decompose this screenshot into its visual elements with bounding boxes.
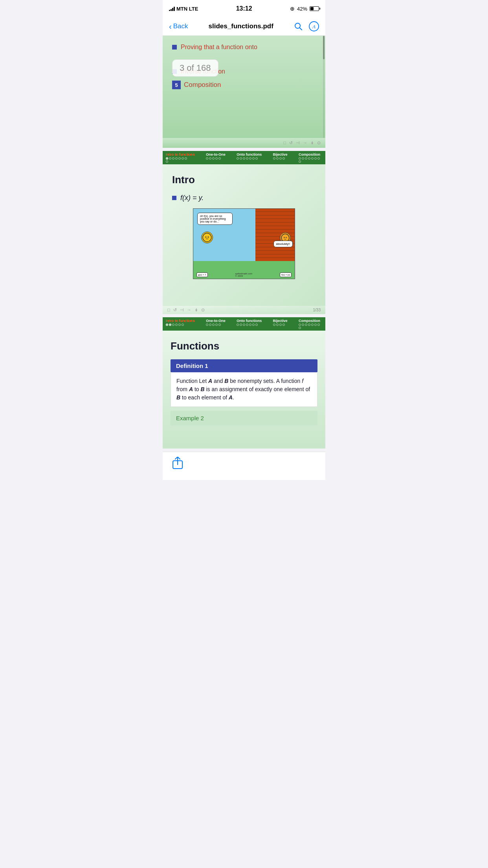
nav-label-comp: Composition [299, 153, 320, 156]
slide3-nav-dots-comp [299, 324, 322, 329]
status-time: 13:12 [236, 5, 252, 12]
svg-text:A: A [312, 24, 316, 29]
carrier-signal: MTN LTE [169, 6, 198, 12]
svg-line-1 [299, 28, 302, 30]
slide-3-content: Functions Definition 1 Function Let A an… [163, 331, 325, 449]
slide-2-pagenum: 1/33 [313, 308, 321, 312]
char-left [201, 232, 213, 243]
definition-box: Definition 1 [171, 359, 317, 372]
slide-footer-1: □↺⊣→↡⊙ [163, 138, 325, 148]
toc-number-5: 5 [172, 81, 181, 89]
svg-point-9 [286, 237, 286, 238]
nav-actions: A [294, 21, 319, 31]
toc-bullet-1 [172, 45, 177, 50]
nav-label-121: One-to-One [206, 153, 226, 156]
slide-toc: Proving that a function onto 3 of 168 In… [163, 36, 325, 148]
svg-point-6 [208, 237, 209, 238]
slide-2-footer-icons: □↺⊣→↡⊙ [167, 307, 205, 313]
slide3-nav-label-121: One-to-One [206, 319, 226, 323]
search-button[interactable] [294, 22, 303, 31]
slide3-nav-onto: Onto functions [237, 319, 262, 326]
toc-text-1: Proving that a function onto [181, 44, 257, 51]
status-bar: MTN LTE 13:12 ⊕ 42% [163, 0, 325, 17]
battery-icon [310, 6, 319, 11]
comic-right-panel: absolutely!! [255, 209, 295, 261]
slide-2-bullet: f(x) = y. [172, 194, 316, 202]
nav-dots-onto [237, 157, 258, 160]
slide3-nav-dots-bij [273, 324, 285, 326]
carrier-label: MTN LTE [176, 6, 198, 12]
slide3-nav-dots-intro [166, 324, 184, 326]
comic-top: oh f(x), you are so positive in everythi… [193, 209, 295, 261]
example-box: Example 2 [171, 411, 317, 425]
comic-bottom: g(x) = 7 spikedmath.com © 2009 f(x) = |x… [193, 261, 295, 279]
slide-3-nav: Intro to functions One-to-One Onto funct… [163, 317, 325, 331]
nav-title: slides_functions.pdf [209, 22, 273, 30]
slide3-nav-label-onto: Onto functions [237, 319, 262, 323]
nav-composition: Composition [299, 153, 322, 163]
slide3-nav-dots-121 [206, 324, 221, 326]
nav-dots-121 [206, 157, 221, 160]
share-button[interactable] [172, 457, 183, 472]
toc-section-5-text: Composition [184, 81, 221, 89]
slide-2-footer: □↺⊣→↡⊙ 1/33 [163, 306, 325, 314]
nav-label-bij: Bijective [273, 153, 288, 156]
slide3-nav-121: One-to-One [206, 319, 226, 326]
slide3-nav-intro: Intro to functions [166, 319, 195, 326]
slide3-nav-comp: Composition [299, 319, 322, 329]
page-counter: 3 of 168 [172, 59, 218, 77]
speech-bubble-2: absolutely!! [273, 241, 293, 247]
scrollbar-thumb[interactable] [323, 36, 325, 59]
toc-section-5: 5 Composition [172, 81, 316, 89]
svg-point-4 [203, 233, 211, 242]
nav-bar: ‹ Back slides_functions.pdf A [163, 17, 325, 36]
nav-onto: Onto functions [237, 153, 262, 160]
char-label-right: f(x) = |x| [280, 272, 292, 277]
nav-intro-to-functions: Intro to functions [166, 153, 195, 163]
definition-text: Function Let A and B be nonempty sets. A… [176, 378, 310, 401]
signal-icon [169, 6, 175, 11]
annotate-button[interactable]: A [309, 21, 319, 31]
slide3-nav-bij: Bijective [273, 319, 288, 326]
comic-left-panel: oh f(x), you are so positive in everythi… [193, 209, 255, 261]
slide-footer-icons-1: □↺⊣→↡⊙ [283, 140, 321, 145]
nav-bijective: Bijective [273, 153, 288, 160]
char-label-left: g(x) = 7 [196, 272, 208, 277]
slide-intro: Intro to functions One-to-One Onto funct… [163, 151, 325, 314]
bottom-bar [163, 452, 325, 480]
nav-label-intro: Intro to functions [166, 153, 195, 156]
comic-box: oh f(x), you are so positive in everythi… [193, 208, 295, 279]
chevron-left-icon: ‹ [169, 22, 172, 31]
back-button[interactable]: ‹ Back [169, 22, 188, 31]
nav-dots-comp [299, 157, 322, 163]
back-label: Back [173, 22, 188, 30]
slide3-nav-label-intro: Intro to functions [166, 319, 195, 323]
slide3-nav-label-comp: Composition [299, 319, 320, 323]
slide-3-title: Functions [171, 340, 317, 352]
definition-content: Function Let A and B be nonempty sets. A… [171, 372, 317, 407]
slide3-nav-label-bij: Bijective [273, 319, 288, 323]
comic-credit: spikedmath.com © 2009 [235, 272, 253, 277]
bullet-square [172, 196, 176, 200]
nav-one-to-one: One-to-One [206, 153, 226, 160]
slide-2-title: Intro [172, 174, 316, 186]
slide-functions: Intro to functions One-to-One Onto funct… [163, 317, 325, 449]
slide3-nav-dots-onto [237, 324, 258, 326]
pdf-viewer: Proving that a function onto 3 of 168 In… [163, 36, 325, 449]
toc-item-1: Proving that a function onto [172, 44, 316, 51]
slide-2-nav: Intro to functions One-to-One Onto funct… [163, 151, 325, 164]
battery-percent: 42% [297, 6, 307, 12]
lock-icon: ⊕ [290, 6, 295, 12]
scrollbar-track[interactable] [323, 36, 325, 138]
status-right: ⊕ 42% [290, 6, 319, 12]
comic-strip: oh f(x), you are so positive in everythi… [172, 208, 316, 279]
nav-dots-intro [166, 157, 189, 163]
nav-dots-bij [273, 157, 285, 160]
slide-2-content: Intro f(x) = y. oh f(x), you are so posi… [163, 164, 325, 306]
svg-point-5 [205, 237, 207, 238]
slide-2-math: f(x) = y. [180, 194, 204, 202]
speech-bubble-1: oh f(x), you are so positive in everythi… [197, 213, 233, 225]
svg-point-8 [284, 237, 284, 238]
nav-label-onto: Onto functions [237, 153, 262, 156]
